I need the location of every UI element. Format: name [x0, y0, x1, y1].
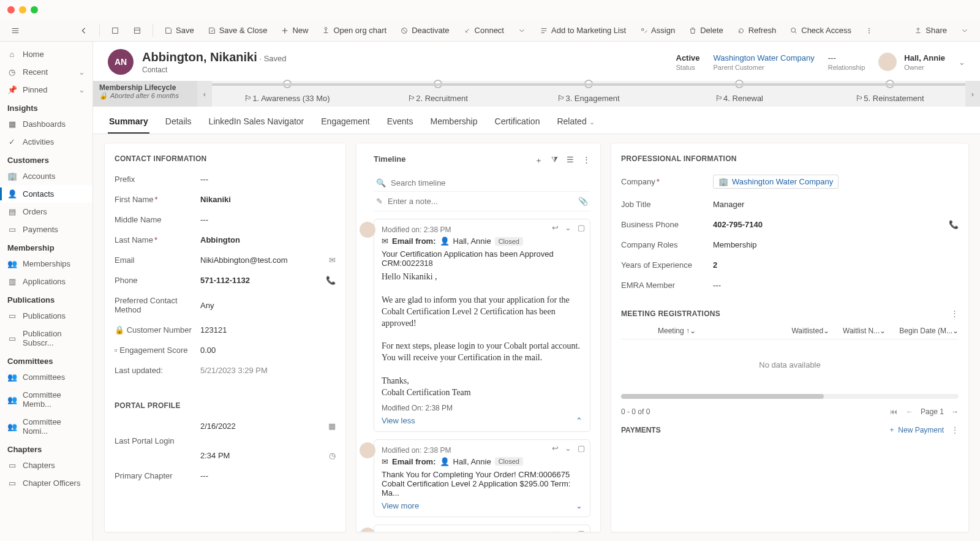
- delete-button[interactable]: Delete: [684, 23, 728, 37]
- nav-chapters[interactable]: ▭Chapters: [0, 456, 92, 474]
- form-button-2[interactable]: [128, 24, 146, 37]
- deactivate-button[interactable]: Deactivate: [395, 23, 454, 37]
- field-middle-name[interactable]: Middle Name---: [115, 210, 336, 230]
- hamburger-button[interactable]: [6, 24, 24, 37]
- field-business-phone[interactable]: Business Phone402-795-7140📞: [621, 214, 959, 235]
- field-phone[interactable]: Phone571-112-1132📞: [115, 270, 336, 290]
- field-prefix[interactable]: Prefix---: [115, 169, 336, 189]
- field-company-roles[interactable]: Company RolesMembership: [621, 235, 959, 255]
- field-primary-chapter[interactable]: Primary Chapter---: [115, 466, 336, 486]
- tab-membership[interactable]: Membership: [429, 110, 478, 134]
- chevron-down-icon[interactable]: ⌄: [565, 444, 571, 453]
- chevron-down-icon[interactable]: ⌄: [565, 529, 571, 532]
- header-parent-customer[interactable]: Washington Water CompanyParent Customer: [714, 53, 815, 71]
- tab-linkedin[interactable]: LinkedIn Sales Navigator: [208, 110, 306, 134]
- connect-dropdown[interactable]: [513, 24, 531, 37]
- nav-accounts[interactable]: 🏢Accounts: [0, 167, 92, 185]
- timeline-card[interactable]: ↩⌄▢ Modified on: 2:38 PM ✉Email from: 👤H…: [374, 219, 590, 432]
- nav-orders[interactable]: ▤Orders: [0, 203, 92, 221]
- share-button[interactable]: Share: [909, 23, 952, 37]
- header-relationship[interactable]: ---Relationship: [828, 53, 865, 71]
- overflow-button[interactable]: [860, 24, 878, 37]
- field-preferred-contact[interactable]: Preferred Contact MethodAny: [115, 290, 336, 320]
- reply-icon[interactable]: ↩: [552, 223, 559, 232]
- bpf-prev-button[interactable]: ‹: [197, 81, 212, 107]
- field-first-name[interactable]: First Name*Nikaniki: [115, 189, 336, 210]
- nav-committee-memb[interactable]: 👥Committee Memb...: [0, 386, 92, 413]
- save-button[interactable]: Save: [159, 23, 199, 37]
- field-emra-member[interactable]: EMRA Member---: [621, 275, 959, 295]
- timeline-card[interactable]: ↩⌄▢ Modified on: 2:38 PM ✉Email from: 👤H…: [374, 439, 590, 517]
- bpf-stage-awareness[interactable]: 🏳 1. Awareness (33 Mo): [212, 81, 363, 107]
- share-dropdown[interactable]: [956, 24, 974, 37]
- page-next-icon[interactable]: →: [951, 407, 959, 416]
- open-icon[interactable]: ▢: [578, 529, 585, 532]
- nav-contacts[interactable]: 👤Contacts: [0, 185, 92, 203]
- back-button[interactable]: [75, 24, 93, 37]
- nav-memberships[interactable]: 👥Memberships: [0, 255, 92, 273]
- bpf-stage-engagement[interactable]: 🏳 3. Engagement: [513, 81, 664, 107]
- nav-pinned[interactable]: 📌Pinned⌄: [0, 81, 92, 99]
- page-first-icon[interactable]: ⏮: [890, 407, 897, 416]
- nav-pub-subscr[interactable]: ▭Publication Subscr...: [0, 325, 92, 352]
- open-icon[interactable]: ▢: [578, 444, 585, 453]
- form-button-1[interactable]: [106, 24, 124, 37]
- nav-home[interactable]: ⌂Home: [0, 45, 92, 63]
- col-meeting[interactable]: Meeting ↑⌄: [621, 327, 778, 335]
- add-marketing-list-button[interactable]: Add to Marketing List: [535, 23, 631, 37]
- tab-engagement[interactable]: Engagement: [320, 110, 371, 134]
- meetings-hscroll[interactable]: [621, 394, 959, 399]
- header-expand-icon[interactable]: ⌄: [959, 58, 965, 67]
- attachment-icon[interactable]: 📎: [578, 197, 588, 206]
- calendar-icon[interactable]: ▦: [328, 422, 336, 431]
- col-begin-date[interactable]: Begin Date (M...⌄: [899, 327, 959, 335]
- chevron-down-icon[interactable]: ⌄: [576, 501, 582, 510]
- view-less-link[interactable]: View less: [382, 416, 415, 425]
- nav-payments[interactable]: ▭Payments: [0, 221, 92, 238]
- nav-activities[interactable]: ✓Activities: [0, 133, 92, 151]
- timeline-note-row[interactable]: ✎ 📎: [374, 191, 590, 211]
- company-lookup-pill[interactable]: 🏢Washington Water Company: [713, 175, 839, 189]
- view-more-link[interactable]: View more: [382, 501, 419, 510]
- connect-button[interactable]: Connect: [458, 23, 509, 37]
- meetings-overflow-button[interactable]: ⋮: [951, 309, 959, 318]
- timeline-card[interactable]: ↩⌄▢ Modified on: 2:38 PM ✉Email from: 👤H…: [374, 524, 590, 532]
- open-org-chart-button[interactable]: Open org chart: [317, 23, 391, 37]
- tab-related[interactable]: Related⌄: [556, 110, 595, 134]
- timeline-sort-button[interactable]: ☰: [567, 155, 574, 166]
- bpf-next-button[interactable]: ›: [965, 81, 980, 107]
- chevron-up-icon[interactable]: ⌃: [576, 416, 582, 425]
- clock-icon[interactable]: ◷: [329, 451, 336, 460]
- overflow-icon[interactable]: ⋮: [951, 426, 959, 434]
- open-icon[interactable]: ▢: [578, 223, 585, 232]
- tab-details[interactable]: Details: [164, 110, 193, 134]
- field-engagement-score[interactable]: ▫ Engagement Score0.00: [115, 340, 336, 360]
- timeline-add-button[interactable]: ＋: [535, 155, 543, 166]
- nav-applications[interactable]: ▥Applications: [0, 273, 92, 290]
- refresh-button[interactable]: Refresh: [732, 23, 782, 37]
- bpf-summary[interactable]: Membership Lifecycle 🔒Aborted after 6 mo…: [93, 81, 197, 107]
- field-email[interactable]: EmailNikiAbbington@test.com✉: [115, 250, 336, 270]
- tab-summary[interactable]: Summary: [108, 110, 149, 134]
- tab-certification[interactable]: Certification: [494, 110, 541, 134]
- col-waitlisted[interactable]: Waitlisted⌄: [791, 327, 829, 335]
- phone-icon[interactable]: 📞: [326, 276, 336, 285]
- col-waitlist-n[interactable]: Waitlist N...⌄: [843, 327, 886, 335]
- field-portal-login-time[interactable]: 2:34 PM◷: [115, 451, 336, 466]
- reply-icon[interactable]: ↩: [552, 529, 559, 532]
- bpf-stage-recruitment[interactable]: 🏳 2. Recruitment: [363, 81, 513, 107]
- nav-publications[interactable]: ▭Publications: [0, 307, 92, 325]
- field-company[interactable]: Company*🏢Washington Water Company: [621, 169, 959, 194]
- close-window-icon[interactable]: [7, 6, 15, 13]
- nav-committees[interactable]: 👥Committees: [0, 368, 92, 386]
- email-icon[interactable]: ✉: [329, 255, 336, 265]
- timeline-overflow-button[interactable]: ⋮: [582, 155, 590, 166]
- new-button[interactable]: New: [276, 23, 313, 37]
- assign-button[interactable]: Assign: [635, 23, 680, 37]
- field-customer-number[interactable]: 🔒 Customer Number123121: [115, 320, 336, 340]
- field-portal-login-date[interactable]: 2/16/2022▦: [115, 416, 336, 436]
- nav-chapter-officers[interactable]: ▭Chapter Officers: [0, 474, 92, 492]
- bpf-stage-renewal[interactable]: 🏳 4. Renewal: [664, 81, 815, 107]
- field-years-exp[interactable]: Years of Experience2: [621, 255, 959, 275]
- nav-recent[interactable]: ◷Recent⌄: [0, 63, 92, 81]
